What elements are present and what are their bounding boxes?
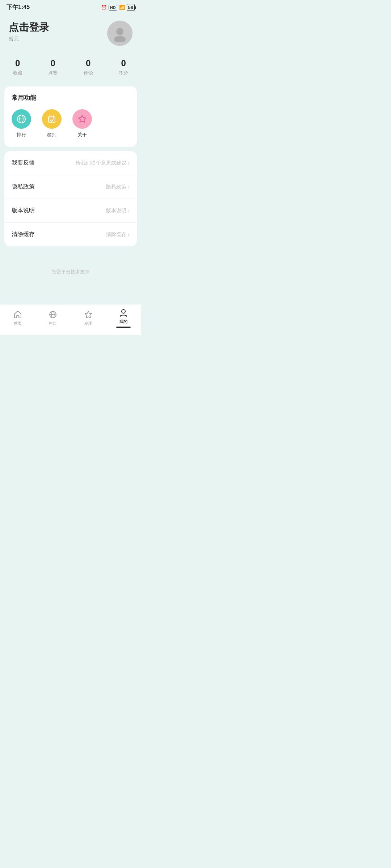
functions-title: 常用功能 bbox=[12, 94, 130, 102]
menu-cache-right: 清除缓存 › bbox=[106, 231, 130, 238]
profile-name[interactable]: 点击登录 bbox=[9, 21, 49, 34]
ranking-icon-circle bbox=[12, 109, 31, 129]
ranking-label: 排行 bbox=[17, 132, 26, 138]
nav-discover-label: 发现 bbox=[84, 321, 92, 326]
nav-home-label: 首页 bbox=[14, 321, 22, 326]
stat-collections-label: 收藏 bbox=[13, 70, 22, 76]
stats-row: 0 收藏 0 点赞 0 评论 0 积分 bbox=[0, 55, 141, 86]
nav-mine[interactable]: 我的 bbox=[113, 308, 134, 328]
nav-columns-label: 栏目 bbox=[49, 321, 57, 326]
menu-privacy-value: 隐私政策 bbox=[106, 184, 126, 190]
stat-likes-value: 0 bbox=[51, 58, 55, 68]
menu-privacy-right: 隐私政策 › bbox=[106, 184, 130, 190]
status-bar: 下午1:45 ⏰ HD 📶 58 bbox=[0, 0, 141, 13]
menu-version-value: 版本说明 bbox=[106, 208, 126, 214]
home-icon bbox=[13, 310, 22, 319]
menu-cache-label: 清除缓存 bbox=[12, 231, 35, 238]
menu-card: 我要反馈 给我们提个意见或建议 › 隐私政策 隐私政策 › 版本说明 版本说明 … bbox=[4, 151, 137, 246]
mine-icon bbox=[119, 308, 128, 318]
bottom-nav: 首页 栏目 发现 我的 bbox=[0, 304, 141, 335]
profile-sub: 暂无 bbox=[9, 36, 49, 42]
status-icons: ⏰ HD 📶 58 bbox=[101, 4, 135, 11]
stat-likes[interactable]: 0 点赞 bbox=[48, 58, 58, 76]
svg-point-12 bbox=[122, 310, 125, 313]
discover-icon bbox=[84, 310, 93, 319]
menu-version-label: 版本说明 bbox=[12, 207, 35, 214]
functions-grid: 排行 签到 关于 bbox=[12, 109, 130, 138]
menu-feedback-value: 给我们提个意见或建议 bbox=[76, 160, 126, 166]
nav-discover[interactable]: 发现 bbox=[77, 310, 99, 326]
stat-comments-value: 0 bbox=[86, 58, 91, 68]
bg-spacer-2 bbox=[0, 282, 141, 304]
about-label: 关于 bbox=[77, 132, 87, 138]
stat-comments-label: 评论 bbox=[84, 70, 93, 76]
status-time: 下午1:45 bbox=[7, 4, 30, 11]
about-icon-circle bbox=[72, 109, 92, 129]
chevron-icon: › bbox=[128, 232, 130, 238]
stat-comments[interactable]: 0 评论 bbox=[84, 58, 93, 76]
stat-likes-label: 点赞 bbox=[48, 70, 58, 76]
columns-icon bbox=[48, 310, 58, 319]
menu-privacy-label: 隐私政策 bbox=[12, 183, 35, 191]
profile-area: 点击登录 暂无 bbox=[0, 13, 141, 55]
footer-text: 智蛋平台技术支持 bbox=[0, 258, 141, 282]
checkin-icon-circle bbox=[42, 109, 62, 129]
function-ranking[interactable]: 排行 bbox=[12, 109, 31, 138]
menu-feedback[interactable]: 我要反馈 给我们提个意见或建议 › bbox=[4, 151, 137, 175]
hd-icon: HD bbox=[109, 5, 117, 10]
menu-version[interactable]: 版本说明 版本说明 › bbox=[4, 199, 137, 223]
function-about[interactable]: 关于 bbox=[72, 109, 92, 138]
menu-privacy[interactable]: 隐私政策 隐私政策 › bbox=[4, 175, 137, 199]
nav-home[interactable]: 首页 bbox=[7, 310, 29, 326]
bg-spacer bbox=[0, 251, 141, 258]
functions-card: 常用功能 排行 签到 bbox=[4, 86, 137, 147]
chevron-icon: › bbox=[128, 184, 130, 190]
menu-feedback-label: 我要反馈 bbox=[12, 159, 35, 167]
nav-mine-label: 我的 bbox=[119, 319, 127, 324]
avatar[interactable] bbox=[107, 21, 133, 46]
stat-collections[interactable]: 0 收藏 bbox=[13, 58, 22, 76]
profile-info[interactable]: 点击登录 暂无 bbox=[9, 21, 49, 42]
checkin-label: 签到 bbox=[47, 132, 56, 138]
menu-version-right: 版本说明 › bbox=[106, 208, 130, 214]
alarm-icon: ⏰ bbox=[101, 5, 107, 10]
stat-collections-value: 0 bbox=[15, 58, 20, 68]
signal-icon: 📶 bbox=[119, 5, 125, 10]
nav-columns[interactable]: 栏目 bbox=[42, 310, 64, 326]
menu-cache-value: 清除缓存 bbox=[106, 231, 126, 238]
function-checkin[interactable]: 签到 bbox=[42, 109, 62, 138]
chevron-icon: › bbox=[128, 160, 130, 166]
stat-points[interactable]: 0 积分 bbox=[119, 58, 128, 76]
stat-points-label: 积分 bbox=[119, 70, 128, 76]
chevron-icon: › bbox=[128, 208, 130, 214]
menu-feedback-right: 给我们提个意见或建议 › bbox=[76, 160, 130, 166]
svg-point-0 bbox=[116, 28, 123, 35]
menu-cache[interactable]: 清除缓存 清除缓存 › bbox=[4, 223, 137, 246]
stat-points-value: 0 bbox=[121, 58, 126, 68]
svg-point-1 bbox=[114, 36, 126, 42]
nav-active-indicator bbox=[116, 327, 131, 328]
battery-indicator: 58 bbox=[127, 4, 135, 11]
